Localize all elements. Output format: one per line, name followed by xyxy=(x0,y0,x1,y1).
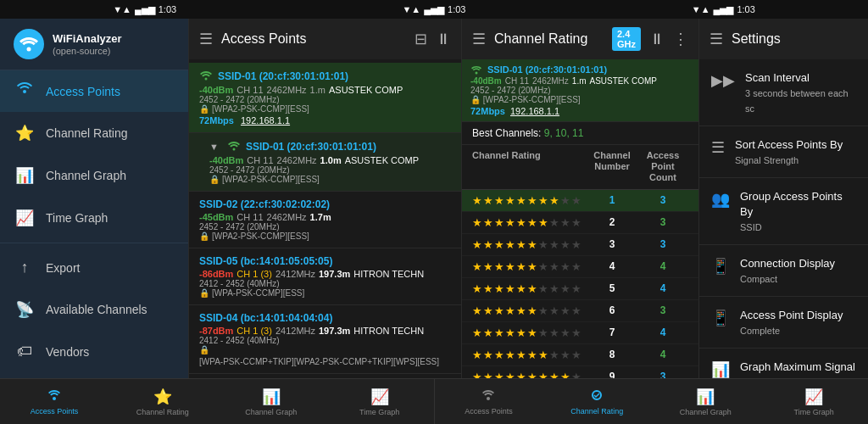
settings-icon-1: ☰ xyxy=(711,138,725,157)
sidebar-item-time-graph[interactable]: 📈 Time Graph xyxy=(0,197,188,239)
cr-row-5[interactable]: ★★★★★★★★★★63 xyxy=(462,300,698,322)
ap-pause-icon[interactable]: ⏸ xyxy=(436,31,451,48)
app-name-block: WiFiAnalyzer (open-source) xyxy=(53,32,122,57)
ap-item-2[interactable]: SSID-02 (22:cf:30:02:02:02) -45dBm CH 11… xyxy=(189,192,461,248)
ap-range-4: 2412 - 2452 (40MHz) xyxy=(199,336,451,345)
cr-ap-count-1: 3 xyxy=(637,216,688,228)
time-graph-icon: 📈 xyxy=(15,209,34,227)
bottom-tab-tg-1[interactable]: 📈 Time Graph xyxy=(326,379,434,424)
cr-col-channel: ChannelNumber xyxy=(587,150,637,184)
svg-point-6 xyxy=(487,397,490,400)
ap-ch-3: CH 1 (3) xyxy=(236,269,272,279)
cr-row-0[interactable]: ★★★★★★★★★★13 xyxy=(462,190,698,212)
tab-label-cg-2: Channel Graph xyxy=(680,408,732,416)
settings-value-1: Signal Strength xyxy=(735,155,798,165)
tab-icon-tg-2: 📈 xyxy=(804,388,823,406)
bottom-tab-ap-1[interactable]: Access Points xyxy=(0,379,108,424)
bottom-tab-cg-1[interactable]: 📊 Channel Graph xyxy=(217,379,326,424)
channel-rating-icon: ⭐ xyxy=(15,124,34,142)
cr-stars-2: ★★★★★★★★★★ xyxy=(472,238,587,251)
sidebar-item-channel-rating[interactable]: ⭐ Channel Rating xyxy=(0,112,188,154)
settings-item-3[interactable]: 📱Connection DisplayCompact xyxy=(699,245,868,297)
cr-ap-count-8: 3 xyxy=(637,371,688,378)
cr-top-extra: 72Mbps 192.168.1.1 xyxy=(470,106,690,116)
svg-point-1 xyxy=(23,90,26,93)
settings-icon-3: 📱 xyxy=(711,257,730,276)
ap-filter-icon[interactable]: ⊟ xyxy=(415,30,427,48)
ap-ssid-2: SSID-02 (22:cf:30:02:02:02) xyxy=(199,198,330,210)
tab-label-tg-1: Time Graph xyxy=(359,408,399,416)
cr-more-icon[interactable]: ⋮ xyxy=(673,30,688,48)
tab-icon-ap-2 xyxy=(481,388,496,405)
settings-item-1[interactable]: ☰Sort Access Points BySignal Strength xyxy=(699,126,868,178)
cr-row-3[interactable]: ★★★★★★★★★★44 xyxy=(462,256,698,278)
ap-freq-2: 2462MHz xyxy=(267,212,307,222)
ap-dist-2: 1.7m xyxy=(310,212,331,222)
sidebar-item-available-channels[interactable]: 📡 Available Channels xyxy=(0,288,188,331)
ap-item-0[interactable]: SSID-01 (20:cf:30:01:01:01) -40dBm CH 11… xyxy=(189,63,461,133)
settings-panel: ☰ Settings ▶▶Scan Interval3 seconds betw… xyxy=(698,19,868,378)
ap-name-4: HITRON TECHN xyxy=(353,326,424,336)
settings-item-4[interactable]: 📱Access Point DisplayComplete xyxy=(699,297,868,349)
bottom-tab-ap-2[interactable]: Access Points xyxy=(435,379,543,424)
settings-icon-5: 📊 xyxy=(711,360,730,378)
ap-item-3[interactable]: SSID-05 (bc:14:01:05:05:05) -86dBm CH 1 … xyxy=(189,248,461,305)
settings-value-2: SSID xyxy=(740,222,762,232)
status-bar-right: ▼▲ ▄▅▆ 1:03 xyxy=(579,0,868,19)
sidebar-item-access-points[interactable]: Access Points xyxy=(0,70,188,112)
ap-range-3: 2412 - 2452 (40MHz) xyxy=(199,279,451,288)
ap-name-0: ASUSTEK COMP xyxy=(329,85,403,95)
sidebar-item-channel-graph[interactable]: 📊 Channel Graph xyxy=(0,154,188,197)
cr-row-4[interactable]: ★★★★★★★★★★54 xyxy=(462,278,698,300)
settings-menu-icon[interactable]: ☰ xyxy=(709,30,723,48)
cr-menu-icon[interactable]: ☰ xyxy=(472,30,486,48)
ap-ssid-3: SSID-05 (bc:14:01:05:05:05) xyxy=(199,255,332,267)
bottom-tab-cr-1[interactable]: ⭐ Channel Rating xyxy=(108,379,217,424)
ap-ssid-1: SSID-01 (20:cf:30:01:01:01) xyxy=(246,141,376,153)
cr-stars-8: ★★★★★★★★★★ xyxy=(472,371,587,378)
bottom-tab-tg-2[interactable]: 📈 Time Graph xyxy=(760,379,868,424)
sidebar-label-available-channels: Available Channels xyxy=(46,303,147,316)
sidebar-item-export[interactable]: ↑ Export xyxy=(0,247,188,288)
ap-security-0: 🔒[WPA2-PSK-CCMP][ESS] xyxy=(199,104,451,114)
cr-top-ssid: SSID-01 (20:cf:30:01:01:01) xyxy=(487,64,607,75)
settings-icon-4: 📱 xyxy=(711,309,730,327)
cr-row-2[interactable]: ★★★★★★★★★★33 xyxy=(462,234,698,256)
app-subtitle: (open-source) xyxy=(53,46,122,56)
settings-item-5[interactable]: 📊Graph Maximum Signal-20dBm xyxy=(699,349,868,378)
ap-item-4[interactable]: SSID-04 (bc:14:01:04:04:04) -87dBm CH 1 … xyxy=(189,305,461,374)
ap-item-1[interactable]: ▼ SSID-01 (20:cf:30:01:01:01) -40dBm CH … xyxy=(189,133,461,192)
settings-value-0: 3 seconds between each sc xyxy=(745,88,849,114)
cr-ap-count-0: 3 xyxy=(637,194,688,206)
wifi-icon-left: ▄▅▆ xyxy=(135,4,155,15)
settings-icon-2: 👥 xyxy=(711,190,730,209)
ap-freq-1: 2462MHz xyxy=(277,155,317,165)
access-points-icon xyxy=(15,82,34,100)
cr-pause-icon[interactable]: ⏸ xyxy=(649,31,665,48)
sidebar-item-portauthority[interactable]: 🔗 PortAuthority xyxy=(0,372,188,378)
cr-row-1[interactable]: ★★★★★★★★★★23 xyxy=(462,212,698,234)
ap-menu-icon[interactable]: ☰ xyxy=(199,30,213,48)
settings-item-2[interactable]: 👥Group Access Points BySSID xyxy=(699,178,868,245)
sidebar-item-vendors[interactable]: 🏷 Vendors xyxy=(0,331,188,372)
cr-channel-num-4: 5 xyxy=(587,282,637,294)
tab-icon-cg-1: 📊 xyxy=(262,388,281,406)
ap-ssid-4: SSID-04 (bc:14:01:04:04:04) xyxy=(199,312,332,324)
bottom-tabs: Access Points ⭐ Channel Rating 📊 Channel… xyxy=(0,378,868,424)
cr-row-6[interactable]: ★★★★★★★★★★74 xyxy=(462,322,698,344)
tab-label-tg-2: Time Graph xyxy=(793,408,833,416)
ap-wifi-icon-0 xyxy=(199,70,213,83)
export-icon: ↑ xyxy=(15,259,34,276)
app-icon xyxy=(14,29,44,59)
cr-panel-header: ☰ Channel Rating 2.4GHz ⏸ ⋮ xyxy=(462,19,698,59)
cr-row-8[interactable]: ★★★★★★★★★★93 xyxy=(462,366,698,378)
cr-channel-num-0: 1 xyxy=(587,194,637,206)
cr-row-7[interactable]: ★★★★★★★★★★84 xyxy=(462,344,698,366)
bottom-tab-cg-2[interactable]: 📊 Channel Graph xyxy=(651,379,760,424)
settings-header: ☰ Settings xyxy=(699,19,868,59)
wifi-icon-right: ▄▅▆ xyxy=(714,4,734,15)
settings-item-0[interactable]: ▶▶Scan Interval3 seconds between each sc xyxy=(699,59,868,126)
cr-ap-count-6: 4 xyxy=(637,326,688,338)
vendors-icon: 🏷 xyxy=(15,343,34,360)
bottom-tab-cr-2[interactable]: Channel Rating xyxy=(542,379,651,424)
